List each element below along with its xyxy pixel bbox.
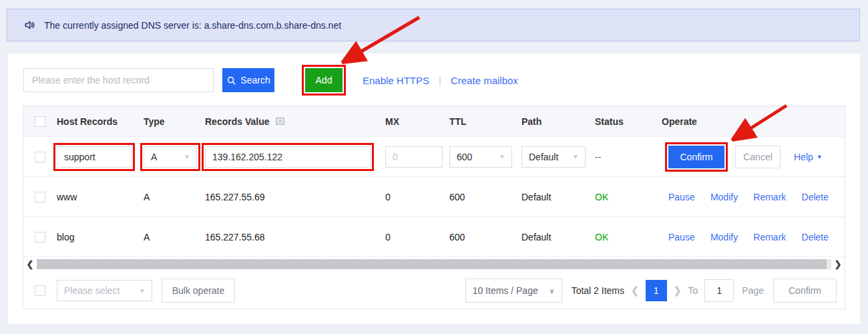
table-row: www A 165.227.55.69 0 600 Default OK Pau… xyxy=(23,177,845,217)
mx-input[interactable] xyxy=(385,146,443,168)
row-host: blog xyxy=(57,232,144,242)
banner-text: The currently assigned DNS server is: a.… xyxy=(44,20,341,31)
column-type: Type xyxy=(144,116,205,127)
chevron-down-icon: ▼ xyxy=(139,287,146,295)
chevron-down-icon: ▼ xyxy=(499,153,505,160)
ttl-value: 600 xyxy=(457,152,472,162)
row-path: Default xyxy=(521,232,595,242)
goto-label: To xyxy=(688,285,698,296)
row-value: 165.227.55.68 xyxy=(205,232,385,242)
row-ttl: 600 xyxy=(449,192,521,202)
pause-link[interactable]: Pause xyxy=(668,232,695,242)
help-dropdown[interactable]: Help ▼ xyxy=(794,152,823,162)
modify-link[interactable]: Modify xyxy=(710,192,738,202)
row-type: A xyxy=(144,232,205,242)
row-status: OK xyxy=(595,192,608,202)
column-ttl: TTL xyxy=(449,116,521,127)
delete-link[interactable]: Delete xyxy=(802,232,829,242)
scroll-left-icon[interactable]: ❮ xyxy=(23,257,37,271)
row-mx: 0 xyxy=(385,232,449,242)
enable-https-link[interactable]: Enable HTTPS xyxy=(363,75,429,86)
confirm-record-button[interactable]: Confirm xyxy=(668,146,724,168)
horizontal-scrollbar: ❮ ❯ xyxy=(23,257,845,271)
bulk-action-select[interactable]: Please select ▼ xyxy=(57,280,152,301)
row-host: www xyxy=(57,192,144,202)
edit-row-status: -- xyxy=(595,152,601,162)
column-records-value: Records Value xyxy=(205,116,270,127)
scrollbar-track[interactable] xyxy=(37,259,831,269)
pause-link[interactable]: Pause xyxy=(668,192,695,202)
bulk-select-placeholder: Please select xyxy=(64,285,120,296)
row-mx: 0 xyxy=(385,192,449,202)
row-path: Default xyxy=(521,192,595,202)
scrollbar-thumb[interactable] xyxy=(37,259,827,269)
row-checkbox[interactable] xyxy=(35,192,45,202)
announcement-speaker-icon xyxy=(23,19,36,31)
row-type: A xyxy=(144,192,205,202)
link-divider: | xyxy=(439,75,441,86)
record-type-select[interactable]: A ▼ xyxy=(144,146,197,168)
ttl-select[interactable]: 600 ▼ xyxy=(449,146,512,168)
delete-link[interactable]: Delete xyxy=(802,192,829,202)
goto-page-input[interactable] xyxy=(704,279,734,302)
remark-link[interactable]: Remark xyxy=(753,192,786,202)
column-host-records: Host Records xyxy=(57,116,144,127)
dns-records-page: The currently assigned DNS server is: a.… xyxy=(0,0,868,334)
edit-record-row: A ▼ 600 xyxy=(23,137,845,177)
row-checkbox[interactable] xyxy=(35,152,45,162)
row-checkbox[interactable] xyxy=(35,232,45,242)
help-label: Help xyxy=(794,152,813,162)
column-operate: Operate xyxy=(662,116,845,127)
prev-page-icon[interactable]: ❮ xyxy=(631,285,639,296)
host-record-search-input[interactable] xyxy=(23,68,214,92)
host-record-input[interactable] xyxy=(57,146,132,168)
dns-server-banner: The currently assigned DNS server is: a.… xyxy=(7,9,860,41)
modify-link[interactable]: Modify xyxy=(710,232,738,242)
chevron-down-icon: ∨ xyxy=(550,287,555,295)
page-size-value: 10 Items / Page xyxy=(473,285,538,296)
table-row: blog A 165.227.55.68 0 600 Default OK Pa… xyxy=(23,217,845,257)
select-all-checkbox[interactable] xyxy=(35,116,45,127)
column-status: Status xyxy=(595,116,662,127)
cancel-button[interactable]: Cancel xyxy=(735,146,781,168)
column-path: Path xyxy=(521,116,595,127)
create-mailbox-link[interactable]: Create mailbox xyxy=(451,75,518,86)
content-card: Search Add Enable HTTPS | Create mailbox… xyxy=(8,53,860,324)
current-page-button[interactable]: 1 xyxy=(646,280,667,301)
pagination: 10 Items / Page ∨ Total 2 Items ❮ 1 ❯ To… xyxy=(465,279,845,303)
chevron-down-icon: ▼ xyxy=(572,153,579,160)
path-select[interactable]: Default ▼ xyxy=(521,146,586,168)
path-value: Default xyxy=(529,152,558,162)
scroll-right-icon[interactable]: ❯ xyxy=(831,257,845,271)
toolbar-links: Enable HTTPS | Create mailbox xyxy=(363,75,518,86)
column-mx: MX xyxy=(385,116,449,127)
next-page-icon[interactable]: ❯ xyxy=(674,285,682,296)
toolbar: Search Add Enable HTTPS | Create mailbox xyxy=(23,68,518,92)
page-label: Page xyxy=(742,285,764,296)
records-table: Host Records Type Records Value MX TTL P… xyxy=(23,106,845,309)
add-record-button[interactable]: Add xyxy=(305,68,343,92)
row-value: 165.227.55.69 xyxy=(205,192,385,202)
search-button-label: Search xyxy=(240,75,270,86)
search-button[interactable]: Search xyxy=(222,68,274,92)
row-ttl: 600 xyxy=(449,232,521,242)
table-footer: Please select ▼ Bulk operate 10 Items / … xyxy=(23,271,845,310)
bulk-operate-button[interactable]: Bulk operate xyxy=(162,279,235,303)
record-type-value: A xyxy=(151,152,157,162)
total-items-label: Total 2 Items xyxy=(572,285,624,296)
records-value-input[interactable] xyxy=(205,146,371,168)
records-value-display-icon[interactable] xyxy=(275,116,285,126)
search-icon xyxy=(226,75,236,86)
remark-link[interactable]: Remark xyxy=(753,232,786,242)
table-header-row: Host Records Type Records Value MX TTL P… xyxy=(23,106,845,137)
footer-select-all-checkbox[interactable] xyxy=(35,285,45,296)
chevron-down-icon: ▼ xyxy=(817,154,823,160)
page-size-select[interactable]: 10 Items / Page ∨ xyxy=(465,279,562,303)
pagination-confirm-button[interactable]: Confirm xyxy=(773,279,837,303)
chevron-down-icon: ▼ xyxy=(184,153,190,160)
row-status: OK xyxy=(595,232,608,242)
